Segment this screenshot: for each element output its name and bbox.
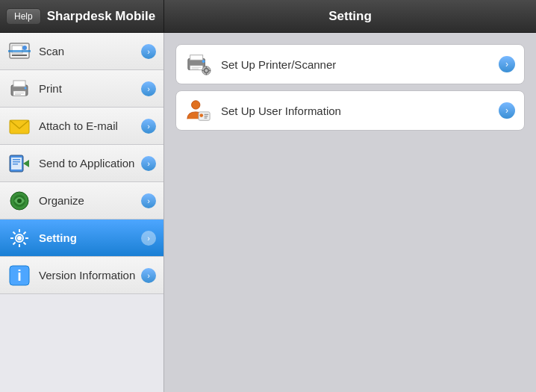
email-icon bbox=[7, 114, 31, 138]
help-button[interactable]: Help bbox=[6, 8, 41, 25]
version-icon: i bbox=[7, 264, 31, 287]
svg-marker-17 bbox=[23, 160, 29, 167]
svg-point-20 bbox=[17, 199, 22, 203]
content-area: Set Up Printer/Scanner › Set Up User Inf… bbox=[164, 33, 536, 392]
content-item-user[interactable]: Set Up User Information › bbox=[175, 90, 525, 131]
svg-line-26 bbox=[13, 231, 16, 234]
main-layout: Scan › Print › bbox=[0, 33, 536, 392]
svg-rect-6 bbox=[13, 81, 25, 87]
send-app-icon bbox=[7, 152, 31, 175]
version-chevron: › bbox=[141, 268, 156, 283]
organize-icon bbox=[7, 189, 31, 213]
sidebar-item-setting[interactable]: Setting › bbox=[0, 220, 163, 257]
svg-point-30 bbox=[17, 236, 22, 240]
svg-point-36 bbox=[202, 60, 205, 63]
setting-title: Setting bbox=[328, 9, 372, 24]
scan-chevron: › bbox=[141, 44, 156, 59]
header-left: Help Sharpdesk Mobile bbox=[0, 0, 164, 32]
printer-setup-chevron: › bbox=[499, 56, 515, 72]
svg-rect-37 bbox=[192, 67, 202, 68]
printer-setup-label: Set Up Printer/Scanner bbox=[221, 58, 499, 71]
send-application-label: Send to Application bbox=[39, 157, 141, 169]
app-title: Sharpdesk Mobile bbox=[47, 9, 155, 24]
sidebar-item-version[interactable]: i Version Information › bbox=[0, 257, 163, 294]
content-item-printer[interactable]: Set Up Printer/Scanner › bbox=[175, 44, 525, 84]
svg-rect-15 bbox=[13, 161, 20, 163]
print-chevron: › bbox=[141, 81, 156, 96]
sidebar-item-attach-email[interactable]: Attach to E-mail › bbox=[0, 108, 163, 145]
header: Help Sharpdesk Mobile Setting bbox=[0, 0, 536, 33]
organize-label: Organize bbox=[39, 194, 141, 207]
svg-line-27 bbox=[24, 242, 26, 244]
setting-chevron: › bbox=[141, 231, 156, 246]
sidebar-item-send-application[interactable]: Send to Application › bbox=[0, 145, 163, 182]
svg-rect-49 bbox=[205, 116, 208, 116]
setting-icon bbox=[7, 226, 31, 250]
printer-setup-icon bbox=[185, 51, 212, 78]
sidebar-item-print[interactable]: Print › bbox=[0, 70, 163, 108]
user-setup-icon bbox=[185, 97, 212, 124]
svg-rect-16 bbox=[13, 164, 18, 165]
svg-rect-9 bbox=[15, 93, 24, 93]
attach-email-chevron: › bbox=[141, 119, 156, 134]
user-setup-chevron: › bbox=[499, 102, 515, 119]
print-label: Print bbox=[39, 82, 141, 95]
sidebar-item-scan[interactable]: Scan › bbox=[0, 33, 163, 70]
svg-rect-48 bbox=[205, 114, 209, 115]
svg-line-29 bbox=[13, 242, 16, 244]
attach-email-label: Attach to E-mail bbox=[39, 119, 141, 132]
header-right: Setting bbox=[164, 0, 536, 32]
print-icon bbox=[7, 77, 31, 101]
svg-rect-4 bbox=[8, 50, 31, 52]
setting-nav-label: Setting bbox=[39, 231, 141, 244]
svg-rect-10 bbox=[15, 94, 21, 95]
svg-point-3 bbox=[22, 46, 27, 50]
svg-rect-2 bbox=[12, 55, 27, 56]
version-label: Version Information bbox=[39, 269, 141, 281]
scan-icon bbox=[7, 40, 31, 63]
sidebar-item-organize[interactable]: Organize › bbox=[0, 182, 163, 220]
svg-point-45 bbox=[192, 101, 200, 109]
organize-chevron: › bbox=[141, 193, 156, 208]
svg-point-8 bbox=[25, 87, 27, 89]
svg-rect-14 bbox=[13, 159, 20, 161]
svg-line-28 bbox=[24, 231, 26, 234]
sidebar: Scan › Print › bbox=[0, 33, 164, 392]
svg-rect-34 bbox=[190, 55, 203, 60]
send-application-chevron: › bbox=[141, 156, 156, 171]
svg-rect-50 bbox=[205, 117, 208, 118]
user-setup-label: Set Up User Information bbox=[221, 105, 499, 117]
svg-text:i: i bbox=[17, 267, 22, 284]
scan-label: Scan bbox=[39, 45, 141, 57]
svg-point-47 bbox=[199, 113, 203, 117]
svg-rect-38 bbox=[192, 69, 199, 69]
